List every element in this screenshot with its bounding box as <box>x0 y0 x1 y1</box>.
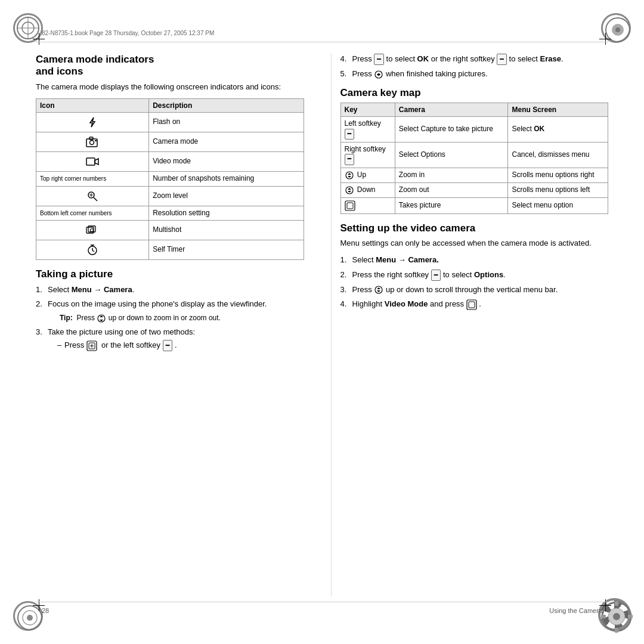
svg-marker-54 <box>377 287 380 289</box>
desc-cell: Video mode <box>149 151 304 171</box>
svg-line-34 <box>92 250 94 252</box>
icons-table: Icon Description Flash on <box>36 98 304 260</box>
camera-cell: Takes picture <box>395 197 508 213</box>
svg-point-48 <box>346 187 353 194</box>
desc-cell: Camera mode <box>149 132 304 151</box>
table-row: Up Zoom in Scrolls menu options right <box>340 168 608 182</box>
svg-point-9 <box>27 615 33 621</box>
main-content: Camera mode indicatorsand icons The came… <box>36 54 608 596</box>
right-softkey-key: ━ <box>345 154 355 165</box>
page-number: 28 <box>42 607 49 614</box>
key-cell: Down <box>340 182 395 197</box>
step-1: Select Menu → Camera. <box>36 284 304 295</box>
svg-rect-23 <box>86 158 95 165</box>
svg-marker-46 <box>348 173 351 175</box>
svg-rect-21 <box>89 137 93 140</box>
svg-marker-49 <box>348 188 351 190</box>
svg-point-53 <box>375 286 382 293</box>
camera-cell: Zoom in <box>395 168 508 182</box>
table-row: Flash on <box>36 112 304 132</box>
camera-key-map-section: Camera key map Key Camera Menu Screen Le… <box>340 87 609 214</box>
sub-item: Press or the left softkey ━ . <box>57 340 304 351</box>
key-cell: Right softkey ━ <box>340 142 395 168</box>
table-row: Bottom left corner numbers Resolution se… <box>36 206 304 221</box>
col-camera: Camera <box>395 103 508 116</box>
menu-cell: Cancel, dismisses menu <box>508 142 608 168</box>
svg-marker-39 <box>100 320 103 321</box>
camera-cell: Select Options <box>395 142 508 168</box>
svg-marker-50 <box>348 191 351 193</box>
camera-key-map-title: Camera key map <box>340 87 609 99</box>
camera-mode-subtitle: The camera mode displays the following o… <box>36 82 304 92</box>
table-row: Down Zoom out Scrolls menu options left <box>340 182 608 197</box>
menu-cell: Scrolls menu options right <box>508 168 608 182</box>
svg-rect-16 <box>628 615 633 618</box>
desc-cell: Flash on <box>149 112 304 132</box>
table-row: Zoom level <box>36 186 304 206</box>
key-cell <box>340 197 395 213</box>
tip-box: Tip: Press up or down to zoom in or zoom… <box>60 313 304 323</box>
table-row: Top right corner numbers Number of snaps… <box>36 171 304 186</box>
taking-picture-title: Taking a picture <box>36 268 304 280</box>
video-camera-title: Setting up the video camera <box>340 222 609 234</box>
svg-point-20 <box>90 140 94 144</box>
video-step-2: Press the right softkey ━ to select Opti… <box>340 270 609 281</box>
right-softkey-icon-4: ━ <box>497 54 507 65</box>
col-key: Key <box>340 103 395 116</box>
taking-picture-section: Taking a picture Select Menu → Camera. F… <box>36 268 304 351</box>
continued-steps-list: Press ━ to select OK or the right softke… <box>340 54 609 80</box>
step-2: Focus on the image using the phone's dis… <box>36 299 304 323</box>
svg-marker-47 <box>348 176 351 178</box>
right-softkey-step2: ━ <box>431 270 441 281</box>
menu-cell: Scrolls menu options left <box>508 182 608 197</box>
camera-mode-section: Camera mode indicatorsand icons The came… <box>36 54 304 260</box>
step-5: Press when finished taking pictures. <box>340 69 609 79</box>
icon-cell <box>36 132 149 151</box>
svg-point-12 <box>613 613 620 620</box>
col-menu: Menu Screen <box>508 103 608 116</box>
desc-cell: Zoom level <box>149 186 304 206</box>
footer-section: Using the Camera <box>549 607 602 614</box>
video-step-4: Highlight Video Mode and press . <box>340 299 609 310</box>
crosshair-tr <box>599 33 611 45</box>
menu-cell: Select menu option <box>508 197 608 213</box>
svg-marker-38 <box>100 315 103 317</box>
svg-rect-57 <box>469 302 475 308</box>
svg-rect-14 <box>615 628 618 633</box>
icon-cell <box>36 112 149 132</box>
svg-rect-15 <box>601 615 606 618</box>
camera-cell: Select Capture to take picture <box>395 116 508 142</box>
right-column: Press ━ to select OK or the right softke… <box>331 54 609 596</box>
icon-cell <box>36 186 149 206</box>
svg-marker-17 <box>90 117 95 127</box>
continued-steps: Press ━ to select OK or the right softke… <box>340 54 609 80</box>
step-3: Take the picture using one of two method… <box>36 327 304 352</box>
svg-rect-56 <box>467 300 476 309</box>
table-row: Multishot <box>36 221 304 240</box>
softkey-icon-4: ━ <box>374 54 384 65</box>
header-text: 82-N8735-1.book Page 28 Thursday, Octobe… <box>42 30 214 36</box>
key-cell: Up <box>340 168 395 182</box>
svg-marker-55 <box>377 290 380 292</box>
video-step-3: Press up or down to scroll through the v… <box>340 284 609 295</box>
col-icon: Icon <box>36 98 149 112</box>
icon-cell <box>36 221 149 240</box>
key-cell: Left softkey ━ <box>340 116 395 142</box>
svg-point-6 <box>615 27 620 32</box>
svg-line-26 <box>94 197 97 201</box>
left-softkey-icon: ━ <box>163 340 173 351</box>
video-camera-intro: Menu settings can only be accessed when … <box>340 238 609 249</box>
camera-cell: Zoom out <box>395 182 508 197</box>
camera-mode-title: Camera mode indicatorsand icons <box>36 54 304 78</box>
svg-rect-52 <box>347 203 353 209</box>
table-row: Takes picture Select menu option <box>340 197 608 213</box>
icon-cell: Top right corner numbers <box>36 171 149 186</box>
left-softkey-key: ━ <box>345 129 355 140</box>
step-4: Press ━ to select OK or the right softke… <box>340 54 609 65</box>
svg-point-31 <box>91 229 94 232</box>
desc-cell: Resolution setting <box>149 206 304 221</box>
header-line <box>36 42 608 42</box>
table-row: Right softkey ━ Select Options Cancel, d… <box>340 142 608 168</box>
icon-cell <box>36 240 149 260</box>
icon-cell <box>36 151 149 171</box>
